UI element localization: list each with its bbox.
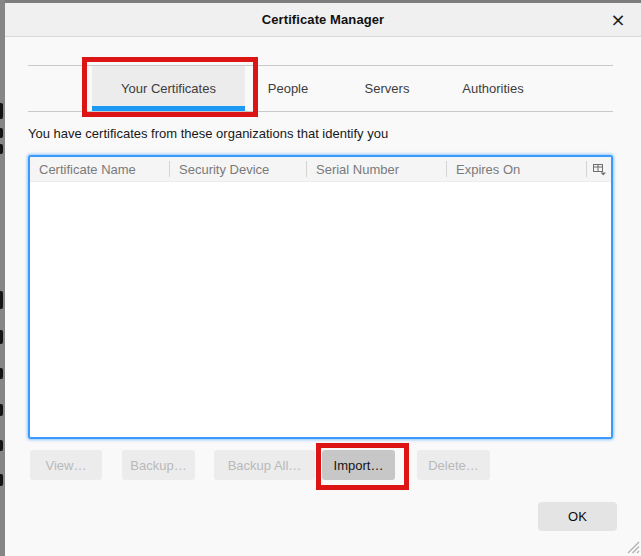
background-text-fragment	[0, 128, 3, 138]
title-bar: Certificate Manager ×	[5, 3, 641, 37]
background-text-fragment	[0, 291, 3, 309]
background-text-fragment	[0, 103, 3, 119]
column-header-label: Serial Number	[316, 162, 399, 177]
background-text-fragment	[0, 404, 3, 416]
tabstrip-bottom-divider	[28, 111, 613, 112]
tab-label: Your Certificates	[121, 81, 216, 96]
background-text-fragment	[0, 144, 3, 154]
ok-button[interactable]: OK	[538, 502, 617, 531]
table-header-row: Certificate Name Security Device Serial …	[30, 157, 611, 182]
column-header-certificate-name[interactable]: Certificate Name	[30, 157, 170, 181]
column-picker-icon	[592, 163, 607, 176]
background-text-fragment	[0, 368, 3, 379]
import-button[interactable]: Import…	[322, 450, 395, 480]
background-window-edge-left	[0, 0, 5, 556]
resize-grip[interactable]	[625, 539, 640, 554]
tab-label: Authorities	[462, 81, 523, 96]
tab-people[interactable]: People	[252, 66, 324, 111]
description-text: You have certificates from these organiz…	[28, 126, 388, 141]
column-header-label: Security Device	[179, 162, 269, 177]
close-icon: ×	[610, 9, 625, 30]
column-picker-button[interactable]	[587, 157, 611, 181]
certificate-manager-dialog: Certificate Manager × Your Certificates …	[0, 0, 641, 556]
delete-button[interactable]: Delete…	[417, 450, 490, 480]
tab-label: People	[268, 81, 308, 96]
certificate-list[interactable]	[30, 182, 611, 437]
column-header-serial-number[interactable]: Serial Number	[307, 157, 447, 181]
tab-servers[interactable]: Servers	[351, 66, 423, 111]
selected-tab-underline	[92, 106, 245, 111]
column-header-expires-on[interactable]: Expires On	[447, 157, 587, 181]
certificate-table: Certificate Name Security Device Serial …	[28, 155, 613, 439]
tab-your-certificates[interactable]: Your Certificates	[92, 66, 245, 111]
background-text-fragment	[0, 474, 3, 486]
backup-all-button[interactable]: Backup All…	[214, 450, 315, 480]
background-text-fragment	[0, 330, 3, 344]
column-header-security-device[interactable]: Security Device	[170, 157, 307, 181]
background-text-fragment	[0, 440, 3, 451]
column-header-label: Expires On	[456, 162, 520, 177]
close-button[interactable]: ×	[607, 9, 629, 31]
view-button[interactable]: View…	[30, 450, 102, 480]
column-header-label: Certificate Name	[39, 162, 136, 177]
tab-authorities[interactable]: Authorities	[457, 66, 529, 111]
tab-label: Servers	[365, 81, 410, 96]
dialog-title: Certificate Manager	[262, 12, 385, 27]
backup-button[interactable]: Backup…	[122, 450, 195, 480]
